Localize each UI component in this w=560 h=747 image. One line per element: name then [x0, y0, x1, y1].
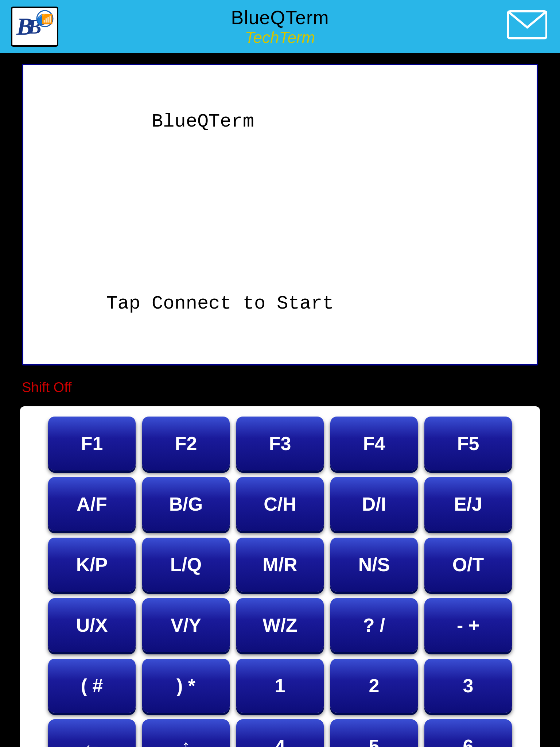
key-2[interactable]: 2: [330, 659, 418, 713]
key-f5[interactable]: F5: [424, 417, 512, 471]
keyboard-row-3: K/P L/Q M/R N/S O/T: [30, 538, 530, 592]
shift-status-label: Shift Off: [22, 380, 267, 395]
key-ch[interactable]: C/H: [236, 477, 324, 531]
app-title: BlueQTerm: [231, 7, 329, 28]
key-left-arrow[interactable]: ←: [48, 719, 136, 747]
terminal-line1: BlueQTerm: [106, 111, 254, 132]
header-text-group: BlueQTerm TechTerm: [231, 7, 329, 47]
svg-rect-11: [286, 389, 289, 392]
qr-icon-button[interactable]: [267, 375, 293, 400]
svg-rect-9: [271, 391, 276, 397]
key-lq[interactable]: L/Q: [142, 538, 230, 592]
terminal-text: BlueQTerm Tap Connect to Start: [38, 76, 522, 349]
qr-code-icon: [268, 375, 292, 400]
key-vy[interactable]: V/Y: [142, 598, 230, 652]
app-logo: B 🔵 B 📶: [11, 7, 58, 47]
svg-rect-5: [271, 378, 276, 384]
key-wz[interactable]: W/Z: [236, 598, 324, 652]
keyboard-row-5: ( # ) * 1 2 3: [30, 659, 530, 713]
terminal-box: BlueQTerm Tap Connect to Start: [22, 64, 538, 365]
mail-icon: [507, 8, 547, 41]
key-af[interactable]: A/F: [48, 477, 136, 531]
key-1[interactable]: 1: [236, 659, 324, 713]
svg-rect-14: [286, 396, 289, 399]
key-5[interactable]: 5: [330, 719, 418, 747]
key-bg[interactable]: B/G: [142, 477, 230, 531]
svg-text:📶: 📶: [41, 13, 53, 25]
terminal-area: BlueQTerm Tap Connect to Start: [0, 53, 560, 369]
key-f2[interactable]: F2: [142, 417, 230, 471]
app-subtitle: TechTerm: [245, 28, 315, 47]
key-paren-star[interactable]: ) *: [142, 659, 230, 713]
key-4[interactable]: 4: [236, 719, 324, 747]
key-paren-hash[interactable]: ( #: [48, 659, 136, 713]
app-header: B 🔵 B 📶 BlueQTerm TechTerm: [0, 0, 560, 53]
keyboard-row-6: ← ↑ 4 5 6: [30, 719, 530, 747]
svg-rect-13: [281, 394, 284, 396]
shift-qr-row: Shift Off: [0, 369, 560, 406]
keyboard-row-2: A/F B/G C/H D/I E/J: [30, 477, 530, 531]
key-6[interactable]: 6: [424, 719, 512, 747]
keyboard-row-4: U/X V/Y W/Z ? / - +: [30, 598, 530, 652]
key-ns[interactable]: N/S: [330, 538, 418, 592]
svg-rect-12: [289, 392, 292, 395]
key-up-arrow[interactable]: ↑: [142, 719, 230, 747]
svg-text:B: B: [16, 12, 33, 40]
terminal-line3: Tap Connect to Start: [106, 293, 334, 314]
keyboard-container: F1 F2 F3 F4 F5 A/F B/G C/H D/I E/J K/P L…: [20, 406, 540, 747]
key-ot[interactable]: O/T: [424, 538, 512, 592]
key-question-slash[interactable]: ? /: [330, 598, 418, 652]
key-kp[interactable]: K/P: [48, 538, 136, 592]
svg-rect-10: [281, 389, 284, 392]
svg-rect-7: [284, 378, 289, 384]
key-mr[interactable]: M/R: [236, 538, 324, 592]
key-ux[interactable]: U/X: [48, 598, 136, 652]
key-f4[interactable]: F4: [330, 417, 418, 471]
key-ej[interactable]: E/J: [424, 477, 512, 531]
key-minus-plus[interactable]: - +: [424, 598, 512, 652]
keyboard-row-1: F1 F2 F3 F4 F5: [30, 417, 530, 471]
key-f1[interactable]: F1: [48, 417, 136, 471]
logo-svg: B 📶: [13, 8, 57, 45]
key-di[interactable]: D/I: [330, 477, 418, 531]
mail-button[interactable]: [505, 7, 549, 43]
key-f3[interactable]: F3: [236, 417, 324, 471]
key-3[interactable]: 3: [424, 659, 512, 713]
